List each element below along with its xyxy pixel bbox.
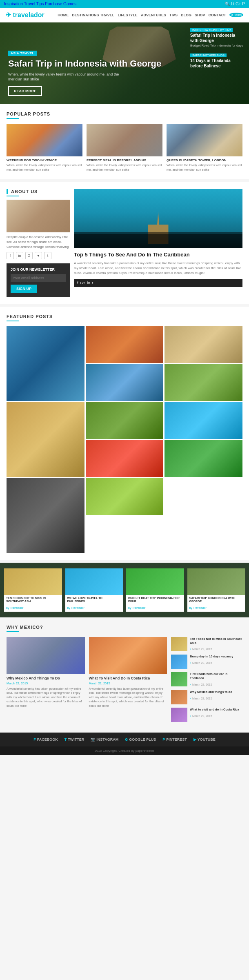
sidebar-post-3[interactable]: First roads with our car in Thailanda › …: [171, 672, 242, 687]
post-card-image-3: [167, 124, 242, 156]
topbar-link-tips[interactable]: Tips: [36, 2, 44, 6]
newsletter-email-input[interactable]: [11, 274, 66, 282]
footer-youtube-link[interactable]: ▶ Youtube: [193, 737, 216, 742]
why-article-title-1: Why Mexico And Things To Do: [7, 676, 85, 680]
featured-grid-item-10[interactable]: [165, 440, 242, 477]
travel-card-3[interactable]: Budget Boat Trip Indonesia For Four by T…: [126, 568, 184, 612]
featured-grid-item-12[interactable]: [86, 478, 164, 515]
sidebar-post-title-5: What to visit and do in Costa Rica: [190, 708, 239, 712]
nav-home[interactable]: Home: [58, 13, 69, 17]
featured-grid-item-7[interactable]: [86, 402, 164, 439]
popular-posts-grid: Weekend For Two In Venice When, while th…: [7, 124, 242, 172]
hero-read-more-button[interactable]: Read More: [8, 86, 42, 96]
nav-lifestyle[interactable]: Lifestyle: [118, 13, 138, 17]
sidebar-post-date-2: March 22, 2015: [192, 662, 212, 664]
travel-card-title-3: Budget Boat Trip Indonesia For Four: [128, 597, 182, 604]
facebook-icon[interactable]: f: [231, 2, 232, 6]
sidebar-post-2[interactable]: Bump day in 10 days vacancy › March 22, …: [171, 655, 242, 669]
post-card-2[interactable]: Perfect Meal In Before Landing When, whi…: [87, 124, 162, 172]
featured-image-6: [7, 402, 84, 477]
sidebar-post-5[interactable]: What to visit and do in Costa Rica › Mar…: [171, 708, 242, 722]
social-googleplus-icon[interactable]: G: [25, 252, 33, 259]
top-bar-social: 🔍 f t G+ P: [225, 2, 245, 6]
why-article-date-2: March 22, 2015: [89, 682, 167, 685]
footer-pinterest-link[interactable]: P Pinterest: [162, 737, 187, 742]
newsletter-signup-button[interactable]: Sign Up: [11, 285, 37, 293]
travel-card-title-1: Ten Foods Not to Miss in Southeast Asia: [6, 597, 60, 604]
sidebar-post-title-2: Bump day in 10 days vacancy: [190, 655, 233, 659]
social-facebook-icon[interactable]: f: [7, 252, 14, 259]
why-article-2[interactable]: What To Visit And Do In Costa Rica March…: [89, 637, 167, 725]
travel-card-2[interactable]: We We Love Travel to Philippines by Trav…: [65, 568, 123, 612]
footer-instagram-link[interactable]: 📷 Instagram: [91, 737, 118, 742]
pinterest-icon[interactable]: P: [242, 2, 245, 6]
google-icon[interactable]: G+: [236, 2, 241, 6]
footer-instagram-icon: 📷: [91, 737, 95, 742]
cart-badge[interactable]: 0 Items: [229, 13, 243, 17]
travel-card-1[interactable]: Ten Foods Not to Miss in Southeast Asia …: [4, 568, 62, 612]
top-bar-links[interactable]: Inspiration Travel Tips Purchase Games: [4, 2, 76, 6]
travel-card-by-4: by Travelador: [189, 606, 207, 609]
featured-grid-item-8[interactable]: [165, 402, 242, 439]
featured-image-3: [165, 326, 242, 363]
feature-article-image: [74, 189, 242, 248]
post-card-3[interactable]: Queen Elizabeth Tower, London When, whil…: [167, 124, 242, 172]
feature-article-description: A wonderful serenity has taken possessio…: [74, 261, 242, 276]
post-card-image-1: [7, 124, 82, 156]
featured-grid-item-6[interactable]: [7, 402, 84, 477]
hero-sidebar-subtitle-1: Budget Road Trip Indonesia for days: [190, 43, 243, 48]
nav-adventures[interactable]: Adventures: [141, 13, 166, 17]
sidebar-post-1[interactable]: Ten Foods Not to Miss in Southeast Asia …: [171, 637, 242, 652]
post-card-title-3: Queen Elizabeth Tower, London: [167, 158, 242, 162]
topbar-link-purchase[interactable]: Purchase Games: [45, 2, 76, 6]
featured-grid-item-4[interactable]: [86, 364, 164, 401]
featured-grid-item-5[interactable]: [165, 364, 242, 401]
footer-twitter-link[interactable]: t Twitter: [64, 737, 84, 742]
article-linkedin-icon[interactable]: in: [87, 281, 90, 285]
nav-shop[interactable]: Shop: [195, 13, 205, 17]
hero-sidebar-title-2: 14 Days in Thailanda before Balinese: [190, 58, 243, 69]
nav-destinations[interactable]: Destinations Travel: [72, 13, 114, 17]
why-article-1[interactable]: Why Mexico And Things To Do March 22, 20…: [7, 637, 85, 725]
footer-googleplus-link[interactable]: G Google Plus: [125, 737, 156, 742]
sidebar-post-title-1: Ten Foods Not to Miss in Southeast Asia: [190, 637, 242, 645]
hero-sidebar-item-1: Indonesia Travel by Car Safari Trip in I…: [190, 27, 243, 48]
footer-facebook-link[interactable]: f Facebook: [33, 737, 58, 742]
sidebar-post-4[interactable]: Why Mexico and things to do › March 22, …: [171, 690, 242, 704]
featured-grid-item-3[interactable]: [165, 326, 242, 363]
featured-grid-item-2[interactable]: [86, 326, 164, 363]
post-card-1[interactable]: Weekend For Two In Venice When, while th…: [7, 124, 82, 172]
social-twitter-icon[interactable]: t: [44, 252, 51, 259]
hero-sidebar-title-1: Safari Trip in Indonesia with George: [190, 33, 243, 43]
feature-article-title: Top 5 Things To See And Do In The Caribb…: [74, 252, 242, 258]
hero-sidebar-item-2: Safari Netherlands 14 Days in Thailanda …: [190, 52, 243, 69]
article-twitter-icon[interactable]: t: [92, 281, 93, 285]
featured-posts-section: Featured Posts: [0, 307, 249, 560]
social-heart-icon[interactable]: ♥: [35, 252, 42, 259]
article-facebook-icon[interactable]: f: [77, 281, 78, 285]
sidebar-post-image-5: [171, 708, 187, 722]
search-icon[interactable]: 🔍: [225, 2, 230, 6]
topbar-link-travel[interactable]: Travel: [24, 2, 35, 6]
featured-grid-item-9[interactable]: [86, 440, 164, 477]
nav-tips[interactable]: Tips: [169, 13, 178, 17]
nav-contact[interactable]: Contact: [208, 13, 226, 17]
sidebar-post-date-5: March 22, 2015: [192, 715, 212, 717]
logo: ✈ travelador: [6, 11, 44, 19]
sidebar-post-title-4: Why Mexico and things to do: [190, 690, 232, 694]
why-article-image-1: [7, 637, 85, 674]
travel-card-title-2: We We Love Travel to Philippines: [67, 597, 121, 604]
social-linkedin-icon[interactable]: in: [16, 252, 23, 259]
hero-tag: Asia Travel: [8, 51, 37, 56]
topbar-link-inspiration[interactable]: Inspiration: [4, 2, 23, 6]
twitter-icon[interactable]: t: [233, 2, 234, 6]
featured-grid-item-11[interactable]: [7, 478, 84, 553]
article-google-icon[interactable]: G+: [80, 281, 85, 285]
featured-image-4: [86, 364, 164, 401]
hero-description: When, while the lovely valley teems with…: [8, 72, 122, 82]
travel-card-4[interactable]: Safari Trip in Indonesia with George by …: [187, 568, 245, 612]
why-mexico-title: Why Mexico?: [7, 625, 242, 630]
featured-image-12: [86, 478, 164, 515]
nav-blog[interactable]: Blog: [181, 13, 191, 17]
featured-grid-item-1[interactable]: [7, 326, 84, 401]
